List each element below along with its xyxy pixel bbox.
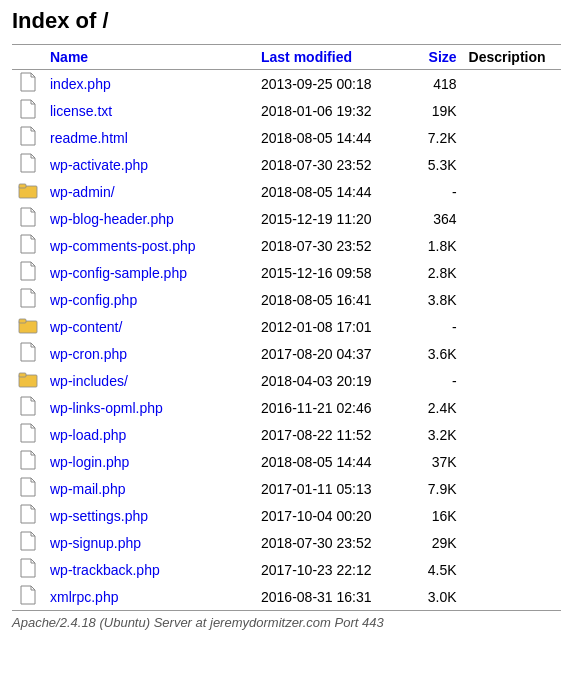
file-link[interactable]: wp-load.php: [50, 427, 126, 443]
row-modified-cell: 2016-08-31 16:31: [255, 583, 405, 611]
row-desc-cell: [463, 178, 561, 205]
file-link[interactable]: index.php: [50, 76, 111, 92]
row-icon-cell: [12, 97, 44, 124]
row-desc-cell: [463, 394, 561, 421]
table-row: wp-admin/2018-08-05 14:44-: [12, 178, 561, 205]
file-icon: [18, 531, 38, 551]
row-modified-cell: 2012-01-08 17:01: [255, 313, 405, 340]
table-row: wp-blog-header.php2015-12-19 11:20364: [12, 205, 561, 232]
row-modified-cell: 2018-08-05 14:44: [255, 124, 405, 151]
row-desc-cell: [463, 340, 561, 367]
table-row: wp-comments-post.php2018-07-30 23:521.8K: [12, 232, 561, 259]
file-link[interactable]: wp-content/: [50, 319, 122, 335]
row-desc-cell: [463, 124, 561, 151]
file-link[interactable]: wp-cron.php: [50, 346, 127, 362]
file-icon: [18, 450, 38, 470]
file-link[interactable]: license.txt: [50, 103, 112, 119]
table-row: wp-config.php2018-08-05 16:413.8K: [12, 286, 561, 313]
file-link[interactable]: wp-admin/: [50, 184, 115, 200]
file-link[interactable]: wp-settings.php: [50, 508, 148, 524]
file-link[interactable]: wp-config-sample.php: [50, 265, 187, 281]
file-icon: [18, 261, 38, 281]
page-heading: Index of /: [12, 8, 561, 34]
row-desc-cell: [463, 151, 561, 178]
row-name-cell: readme.html: [44, 124, 255, 151]
row-modified-cell: 2018-07-30 23:52: [255, 232, 405, 259]
row-name-cell: wp-comments-post.php: [44, 232, 255, 259]
row-modified-cell: 2017-10-04 00:20: [255, 502, 405, 529]
file-icon: [18, 207, 38, 227]
row-size-cell: 3.6K: [405, 340, 462, 367]
th-last-modified: Last modified: [255, 45, 405, 70]
sort-name-link[interactable]: Name: [50, 49, 88, 65]
file-link[interactable]: wp-signup.php: [50, 535, 141, 551]
row-name-cell: wp-content/: [44, 313, 255, 340]
row-desc-cell: [463, 556, 561, 583]
file-link[interactable]: wp-config.php: [50, 292, 137, 308]
svg-marker-15: [21, 397, 35, 415]
folder-icon: [18, 369, 38, 389]
row-size-cell: 37K: [405, 448, 462, 475]
file-icon: [18, 558, 38, 578]
file-link[interactable]: readme.html: [50, 130, 128, 146]
file-link[interactable]: wp-activate.php: [50, 157, 148, 173]
row-name-cell: wp-blog-header.php: [44, 205, 255, 232]
row-modified-cell: 2018-07-30 23:52: [255, 151, 405, 178]
sort-modified-link[interactable]: Last modified: [261, 49, 352, 65]
row-desc-cell: [463, 259, 561, 286]
row-icon-cell: [12, 205, 44, 232]
row-icon-cell: [12, 583, 44, 611]
folder-icon: [18, 180, 38, 200]
table-row: wp-cron.php2017-08-20 04:373.6K: [12, 340, 561, 367]
row-icon-cell: [12, 475, 44, 502]
row-name-cell: wp-login.php: [44, 448, 255, 475]
svg-rect-5: [19, 184, 26, 188]
svg-marker-8: [21, 262, 35, 280]
row-size-cell: -: [405, 313, 462, 340]
file-icon: [18, 234, 38, 254]
row-name-cell: wp-admin/: [44, 178, 255, 205]
row-size-cell: -: [405, 367, 462, 394]
row-modified-cell: 2015-12-19 11:20: [255, 205, 405, 232]
th-size: Size: [405, 45, 462, 70]
row-name-cell: wp-settings.php: [44, 502, 255, 529]
row-size-cell: 16K: [405, 502, 462, 529]
row-name-cell: wp-config-sample.php: [44, 259, 255, 286]
svg-marker-3: [21, 154, 35, 172]
row-modified-cell: 2017-08-22 11:52: [255, 421, 405, 448]
file-link[interactable]: wp-login.php: [50, 454, 129, 470]
row-size-cell: 1.8K: [405, 232, 462, 259]
folder-icon: [18, 315, 38, 335]
row-name-cell: wp-config.php: [44, 286, 255, 313]
row-name-cell: wp-trackback.php: [44, 556, 255, 583]
row-size-cell: 29K: [405, 529, 462, 556]
file-link[interactable]: wp-trackback.php: [50, 562, 160, 578]
sort-size-link[interactable]: Size: [429, 49, 457, 65]
th-name: Name: [44, 45, 255, 70]
svg-marker-19: [21, 505, 35, 523]
row-modified-cell: 2018-04-03 20:19: [255, 367, 405, 394]
file-link[interactable]: xmlrpc.php: [50, 589, 118, 605]
footer-row: Apache/2.4.18 (Ubuntu) Server at jeremyd…: [12, 611, 561, 631]
svg-rect-14: [19, 373, 26, 377]
svg-marker-22: [21, 586, 35, 604]
row-icon-cell: [12, 313, 44, 340]
file-link[interactable]: wp-comments-post.php: [50, 238, 196, 254]
row-icon-cell: [12, 556, 44, 583]
row-name-cell: index.php: [44, 70, 255, 98]
svg-marker-18: [21, 478, 35, 496]
file-link[interactable]: wp-includes/: [50, 373, 128, 389]
row-desc-cell: [463, 286, 561, 313]
row-size-cell: 3.8K: [405, 286, 462, 313]
row-desc-cell: [463, 475, 561, 502]
file-link[interactable]: wp-mail.php: [50, 481, 125, 497]
row-desc-cell: [463, 232, 561, 259]
file-link[interactable]: wp-links-opml.php: [50, 400, 163, 416]
svg-marker-0: [21, 73, 35, 91]
table-row: wp-trackback.php2017-10-23 22:124.5K: [12, 556, 561, 583]
file-icon: [18, 504, 38, 524]
table-row: license.txt2018-01-06 19:3219K: [12, 97, 561, 124]
row-size-cell: 19K: [405, 97, 462, 124]
file-link[interactable]: wp-blog-header.php: [50, 211, 174, 227]
row-modified-cell: 2018-01-06 19:32: [255, 97, 405, 124]
